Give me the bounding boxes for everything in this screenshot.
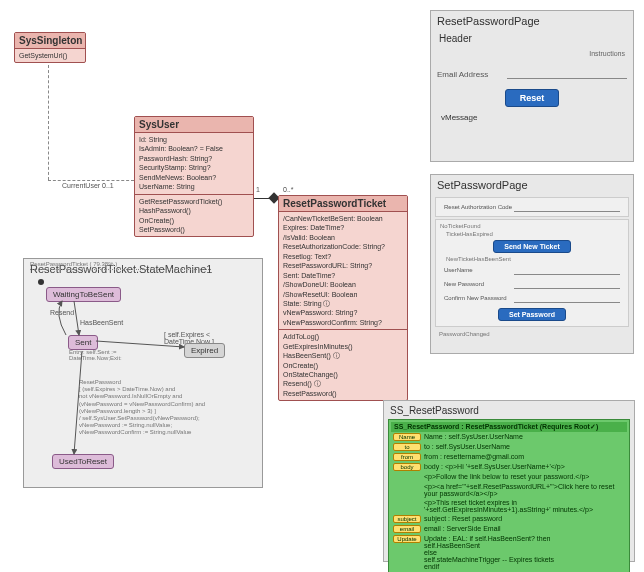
ss-detail: SS_ResetPassword : ResetPasswordTicket (… — [388, 419, 630, 572]
panel-setpasswordpage[interactable]: SetPasswordPage Reset Authorization Code… — [430, 174, 634, 354]
newticket-label: NewTicketHasBeenSent — [438, 255, 626, 263]
mult-many: 0..* — [283, 186, 294, 193]
confirm-field[interactable] — [514, 293, 620, 303]
panel-statemachine[interactable]: ResetPasswordTicket ( 79.38% ) ResetPass… — [23, 258, 263, 488]
ss-to: to : self.SysUser.UserName — [424, 443, 625, 450]
state-sent[interactable]: Sent — [68, 335, 98, 350]
class-syssingleton[interactable]: SysSingleton GetSystemUrl() — [14, 32, 86, 63]
initial-state-icon — [38, 279, 44, 285]
ss-heading: SS_ResetPassword : ResetPasswordTicket (… — [391, 422, 627, 432]
header-label: Header — [431, 31, 633, 50]
trans-resend: Resend — [50, 309, 74, 316]
reset-guard: ResetPassword [ (self.Expires > DateTime… — [79, 379, 254, 437]
page-title: SetPasswordPage — [431, 175, 633, 195]
connector-dashed-h — [48, 180, 134, 181]
ss-subject: subject : Reset password — [424, 515, 625, 522]
ss-email: email : ServerSide Email — [424, 525, 625, 532]
setpassword-button[interactable]: Set Password — [498, 308, 566, 321]
class-title: SysSingleton — [15, 33, 85, 49]
connector-dashed — [48, 65, 49, 180]
newpw-field[interactable] — [514, 279, 620, 289]
confirm-label: Confirm New Password — [444, 295, 514, 301]
panel-title: SS_ResetPassword — [384, 401, 634, 420]
auth-label: Reset Authorization Code — [444, 204, 514, 210]
user-field[interactable] — [514, 265, 620, 275]
changed-label: PasswordChanged — [431, 329, 633, 339]
auth-field[interactable] — [514, 202, 620, 212]
state-expired[interactable]: Expired — [184, 343, 225, 358]
mult-one: 1 — [256, 186, 260, 193]
assoc-currentuser: CurrentUser 0..1 — [62, 182, 114, 189]
class-ops: GetResetPasswordTicket()HashPassword()On… — [135, 195, 253, 237]
ss-update: Update : EAL: if self.HasBeenSent? then … — [424, 535, 625, 570]
class-ops: GetSystemUrl() — [15, 49, 85, 62]
user-label: UserName — [444, 267, 514, 273]
class-resetpasswordticket[interactable]: ResetPasswordTicket /CanNewTicketBeSent:… — [278, 195, 408, 401]
sendnewticket-button[interactable]: Send New Ticket — [493, 240, 571, 253]
page-title: ResetPasswordPage — [431, 11, 633, 31]
ss-body2: <p>Follow the link below to reset your p… — [424, 473, 625, 480]
tiny-label: ResetPasswordTicket ( 79.38% ) — [30, 261, 117, 267]
reset-button[interactable]: Reset — [505, 89, 560, 107]
sent-entry: Entry: self.Sent := DateTime.Now;Exit: — [69, 349, 159, 361]
newpw-label: New Password — [444, 281, 514, 287]
email-field[interactable] — [507, 69, 627, 79]
state-waiting[interactable]: WaitingToBeSent — [46, 287, 121, 302]
instructions-label: Instructions — [431, 50, 633, 57]
trans-hasbeensent: HasBeenSent — [80, 319, 123, 326]
class-ops: AddToLog()GetExpiresInMinutes()HasBeenSe… — [279, 330, 407, 400]
panel-ssresetpassword[interactable]: SS_ResetPassword SS_ResetPassword : Rese… — [383, 400, 635, 562]
ss-from: from : resettername@gmail.com — [424, 453, 625, 460]
class-attrs: Id: StringIsAdmin: Boolean? = FalsePassw… — [135, 133, 253, 195]
panel-resetpasswordpage[interactable]: ResetPasswordPage Header Instructions Em… — [430, 10, 634, 162]
email-label: Email Address — [437, 70, 507, 79]
ss-body3: <p><a href="'+self.ResetPasswordURL+'">C… — [424, 483, 625, 497]
noticket-label: NoTicketFound — [438, 222, 626, 230]
expired-label: TicketHasExpired — [438, 230, 626, 238]
class-attrs: /CanNewTicketBeSent: BooleanExpires: Dat… — [279, 212, 407, 330]
class-title: ResetPasswordTicket — [279, 196, 407, 212]
vmessage-label: vMessage — [431, 107, 633, 128]
ss-body1: body : <p>Hi '+self.SysUser.UserName+'</… — [424, 463, 625, 470]
ss-body4: <p>This reset ticket expires in '+self.G… — [424, 499, 625, 513]
state-usedtoreset[interactable]: UsedToReset — [52, 454, 114, 469]
class-sysuser[interactable]: SysUser Id: StringIsAdmin: Boolean? = Fa… — [134, 116, 254, 237]
ss-name: Name : self.SysUser.UserName — [424, 433, 625, 440]
class-title: SysUser — [135, 117, 253, 133]
